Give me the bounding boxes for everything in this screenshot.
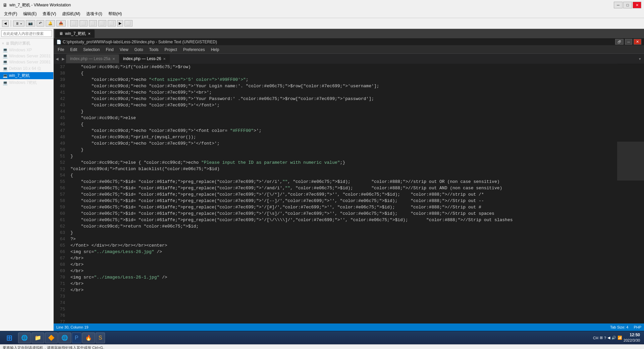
maximize-button[interactable]: □ [623, 2, 632, 8]
status-tab-size: Tab Size: 4 [610, 325, 628, 329]
taskbar-media-btn[interactable]: 🔶 [45, 333, 58, 343]
clock-time: 12:50 [624, 332, 640, 338]
sublime-menu-project[interactable]: Project [162, 47, 180, 53]
vmware-menu-bar: 文件(F) 编辑(E) 查看(V) 虚拟机(M) 选项卡(I) 帮助(H) [0, 10, 644, 18]
sublime-restore-btn[interactable]: 🗗 [615, 39, 624, 45]
app-icon: 🖥 [3, 2, 7, 8]
menu-file[interactable]: 文件(F) [1, 10, 20, 17]
toolbar-play-btn[interactable]: ▶ [117, 20, 123, 27]
sublime-menu-selection[interactable]: Selection [80, 47, 102, 53]
close-button[interactable]: ✕ [633, 2, 641, 8]
menu-vm[interactable]: 虚拟机(M) [59, 10, 83, 17]
line-number: 58 [54, 198, 65, 204]
minimap [617, 64, 644, 323]
toolbar-notify-btn[interactable]: 🔔 [46, 20, 55, 27]
sidebar-item-win7b[interactable]: 💻 Windows 7靶机 [0, 79, 53, 86]
sublime-menu-file[interactable]: File [55, 47, 67, 53]
code-line: "color:#e06c75;">$id= "color:#61affe;">p… [70, 198, 617, 204]
code-line: } [70, 147, 617, 153]
my-computer-label: 我的计算机 [10, 41, 30, 46]
menu-edit[interactable]: 编辑(E) [20, 10, 39, 17]
code-line: "color:#cc99cd;">else { "color:#cc99cd;"… [70, 159, 617, 166]
sublime-path-bar: 📄 C:\phpstudy_pro\WWW\sqli-labs\Less-26\… [54, 38, 644, 46]
tab-nav-left[interactable]: ◀ [54, 56, 60, 62]
toolbar-view5[interactable]: ⬜ [108, 20, 116, 27]
line-number: 44 [54, 108, 65, 115]
tab-dropdown-icon[interactable]: ▾ [636, 56, 644, 62]
sidebar-item-winserver2003[interactable]: 💻 Windows Server 20031 [0, 53, 53, 59]
line-number: 50 [54, 147, 65, 153]
sublime-menu-tools[interactable]: Tools [147, 47, 161, 53]
sidebar-toggle[interactable]: ◀ [2, 20, 9, 27]
sublime-menu-edit[interactable]: Edit [67, 47, 80, 53]
code-line: "color:#cc99cd;">echo "color:#7ec699;">'… [70, 83, 617, 89]
line-number: 41 [54, 89, 65, 96]
taskbar-explorer-btn[interactable]: 📁 [32, 333, 44, 343]
sidebar-my-computer[interactable]: ▼ 🖥 我的计算机 [0, 40, 53, 47]
toolbar-view1[interactable]: ⬜ [70, 20, 78, 27]
file-tab-close-icon[interactable]: ✕ [163, 57, 166, 61]
taskbar-p-btn[interactable]: P [72, 333, 82, 343]
sublime-menu-view[interactable]: View [117, 47, 131, 53]
line-number: 47 [54, 128, 65, 134]
code-line: "color:#cc99cd;">function blacklist("col… [70, 166, 617, 172]
line-number: 61 [54, 217, 65, 223]
taskbar-chrome-btn[interactable]: 🌐 [58, 333, 71, 343]
tray-expand-icon[interactable]: ◀ [607, 336, 610, 340]
taskbar-sublime-btn[interactable]: S [96, 333, 105, 343]
menu-help[interactable]: 帮助(H) [106, 10, 125, 17]
code-line: </br> [70, 255, 617, 261]
toolbar-pause-btn[interactable]: ⏸ ▾ [13, 20, 24, 27]
sidebar-item-debian[interactable]: 💻 Debian 10.x 64 位 [0, 65, 53, 72]
sidebar-item-label: Windows 7靶机 [9, 80, 37, 86]
minimize-button[interactable]: ─ [614, 2, 623, 8]
sublime-menu-help[interactable]: Help [208, 47, 222, 53]
sidebar-item-winxp[interactable]: 💻 Windows XP [0, 47, 53, 53]
toolbar-send-btn[interactable]: 📤 [56, 20, 66, 27]
code-content[interactable]: 3738394041424344454647484950515253545556… [54, 64, 644, 323]
toolbar-view4[interactable]: ⬜ [98, 20, 106, 27]
vm-tab-close-icon[interactable]: ✕ [88, 32, 91, 36]
file-tab-less26[interactable]: index.php — Less-26 ✕ [119, 54, 170, 63]
line-number: 64 [54, 236, 65, 242]
sublime-close-btn[interactable]: ✕ [634, 39, 641, 45]
minimap-overlay [617, 64, 644, 323]
sidebar-search-area [0, 29, 53, 39]
search-input[interactable] [1, 30, 52, 37]
sidebar-item-win7[interactable]: 💻 win_7_靶机 [0, 72, 53, 79]
menu-tabs[interactable]: 选项卡(I) [84, 10, 105, 17]
vm-tab-icon: 🖥 [59, 31, 63, 36]
menu-view[interactable]: 查看(V) [40, 10, 59, 17]
sublime-menu-preferences[interactable]: Preferences [180, 47, 208, 53]
toolbar-revert-btn[interactable]: ↶ [37, 20, 44, 27]
sublime-minimize-btn[interactable]: ─ [625, 39, 632, 45]
sublime-menu-goto[interactable]: Goto [132, 47, 146, 53]
code-line: </br> [70, 261, 617, 268]
vm-icon: 💻 [3, 66, 8, 71]
toolbar-view6[interactable]: ⬜ [124, 20, 132, 27]
start-button[interactable]: ⊞ [1, 332, 17, 344]
expand-icon: ▼ [1, 42, 5, 45]
file-tab-less25a[interactable]: index.php — Less-25a ✕ [66, 54, 119, 63]
hint-text: 要将输入定向到该虚拟机，请将鼠标指针移入其中或按 Ctrl+G。 [3, 345, 107, 349]
sublime-path-text: C:\phpstudy_pro\WWW\sqli-labs\Less-26\in… [63, 40, 217, 44]
sidebar-item-winserver2008[interactable]: 💻 Windows Server 20081 [0, 59, 53, 65]
sublime-menu-find[interactable]: Find [103, 47, 116, 53]
vm-icon: 💻 [3, 81, 8, 85]
code-lines[interactable]: "color:#cc99cd;">if("color:#e06c75;">$ro… [68, 64, 617, 323]
tab-nav-right[interactable]: ▶ [60, 56, 66, 62]
sidebar-item-label: win_7_靶机 [9, 73, 30, 79]
file-tab-label: index.php — Less-25a [70, 56, 110, 61]
toolbar-view2[interactable]: ⬜ [79, 20, 88, 27]
vm-tab-win7[interactable]: 🖥 win_7_靶机 ✕ [55, 30, 95, 38]
toolbar-snapshot-btn[interactable]: 📷 [26, 20, 35, 27]
taskbar-fire-btn[interactable]: 🔥 [82, 333, 95, 343]
vm-icon: 💻 [3, 54, 8, 58]
line-number: 66 [54, 249, 65, 255]
taskbar-ie-btn[interactable]: 🌐 [18, 333, 31, 343]
vm-tab-bar: 🖥 win_7_靶机 ✕ [54, 29, 644, 38]
code-line: "color:#e06c75;">$id= "color:#61affe;">p… [70, 191, 617, 198]
file-tab-close-icon[interactable]: ✕ [112, 57, 115, 61]
toolbar-view3[interactable]: ⬜ [89, 20, 97, 27]
line-number: 68 [54, 261, 65, 268]
